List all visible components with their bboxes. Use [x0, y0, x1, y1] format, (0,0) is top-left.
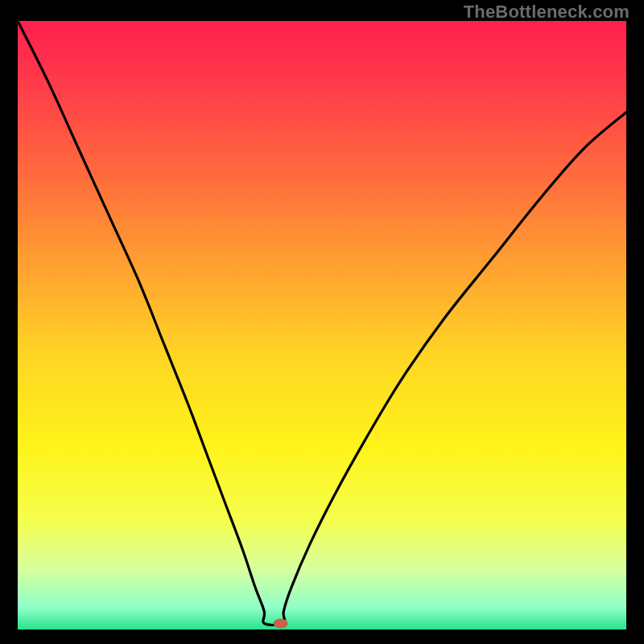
- chart-frame: TheBottleneck.com: [0, 0, 644, 644]
- bottleneck-chart: [18, 21, 626, 630]
- gradient-background: [18, 21, 626, 630]
- watermark-text: TheBottleneck.com: [464, 2, 630, 23]
- optimal-point-marker: [274, 618, 288, 628]
- plot-area: [18, 21, 626, 630]
